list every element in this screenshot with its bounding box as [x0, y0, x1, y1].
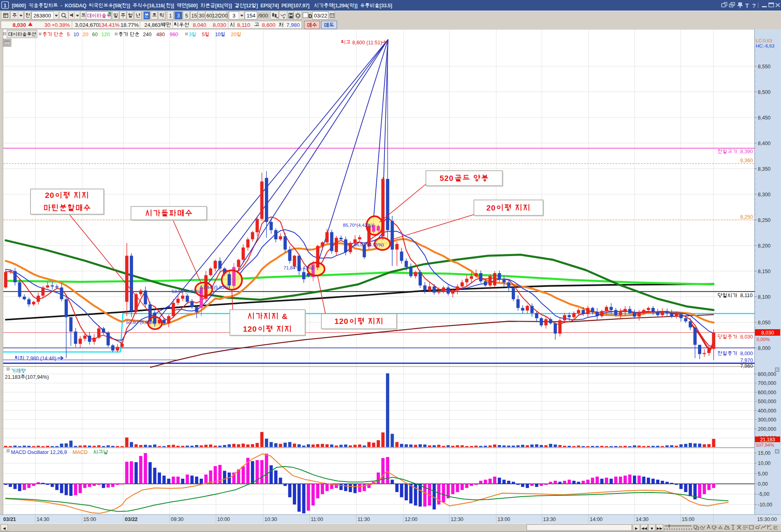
svg-text:5: 5 — [202, 32, 205, 37]
svg-text:(107,94%): (107,94%) — [26, 374, 49, 380]
svg-text:- KOSDAQ: - KOSDAQ — [58, 3, 88, 9]
svg-text:8,300: 8,300 — [758, 192, 770, 198]
svg-text:14:30: 14:30 — [636, 517, 648, 522]
svg-text:8,600 (11:51): 8,600 (11:51) — [351, 40, 382, 46]
svg-text:520: 520 — [440, 174, 454, 182]
svg-text:▶: ▶ — [635, 526, 638, 530]
svg-text:8,100: 8,100 — [758, 294, 770, 300]
svg-text:240: 240 — [143, 32, 152, 37]
svg-text:13:30: 13:30 — [543, 517, 556, 522]
svg-text:8,500: 8,500 — [758, 89, 770, 95]
svg-text:11:30: 11:30 — [358, 517, 370, 522]
svg-text:-5,00: -5,00 — [758, 491, 770, 497]
svg-text:8,600: 8,600 — [262, 22, 275, 28]
svg-text:-10,00: -10,00 — [758, 502, 772, 508]
svg-text:5: 5 — [185, 13, 188, 19]
svg-text:10: 10 — [215, 32, 220, 37]
svg-text:30: 30 — [199, 13, 205, 19]
svg-text:03/22: 03/22 — [314, 13, 327, 19]
svg-text:86,07°(4,95%): 86,07°(4,95%) — [354, 242, 384, 247]
svg-text:107,94%: 107,94% — [756, 443, 774, 447]
svg-text:8,200: 8,200 — [758, 243, 770, 249]
svg-text:300,000: 300,000 — [758, 417, 776, 423]
svg-text:10: 10 — [73, 32, 79, 37]
svg-text:LC:0,63: LC:0,63 — [756, 38, 772, 43]
svg-text:HC:-6,63: HC:-6,63 — [756, 43, 774, 48]
svg-text:03/22: 03/22 — [125, 517, 137, 522]
svg-text:15: 15 — [191, 13, 197, 19]
svg-text:/900: /900 — [258, 13, 268, 19]
svg-text:8,400: 8,400 — [758, 141, 770, 146]
svg-text:10,00: 10,00 — [758, 460, 770, 466]
svg-text:D: D — [308, 13, 312, 19]
svg-text:1: 1 — [4, 2, 7, 9]
svg-text:8,030: 8,030 — [13, 22, 26, 28]
svg-text:3,024,670: 3,024,670 — [75, 22, 99, 28]
svg-text:10:00: 10:00 — [217, 517, 230, 522]
svg-text:20: 20 — [486, 204, 496, 212]
svg-text:14:30: 14:30 — [37, 517, 49, 522]
svg-text:21,183: 21,183 — [760, 437, 775, 443]
svg-text:[81(: [81( — [215, 3, 224, 9]
svg-text:263800: 263800 — [33, 13, 51, 19]
svg-text:8,030: 8,030 — [761, 330, 774, 336]
svg-text:12:30: 12:30 — [451, 517, 463, 522]
svg-text:09:30: 09:30 — [171, 517, 183, 522]
svg-text:&: & — [279, 312, 288, 321]
svg-text:?: ? — [752, 2, 756, 9]
svg-text:120: 120 — [101, 32, 110, 37]
svg-text:◀: ◀ — [3, 526, 6, 530]
svg-text:12:00: 12:00 — [405, 517, 417, 522]
svg-text:57,44°(5,93%): 57,44°(5,93%) — [200, 285, 230, 290]
svg-text:11:00: 11:00 — [311, 517, 323, 522]
svg-text:1: 1 — [169, 13, 172, 19]
svg-text:8,030: 8,030 — [737, 334, 753, 340]
svg-text:3: 3 — [177, 13, 180, 19]
svg-text:60: 60 — [206, 13, 212, 19]
svg-text:21,183: 21,183 — [5, 374, 20, 380]
svg-text:13:00: 13:00 — [497, 517, 510, 522]
svg-text:960: 960 — [170, 32, 178, 37]
svg-text:134.41%: 134.41% — [98, 22, 120, 28]
svg-text:+0.38%: +0.38% — [52, 22, 70, 28]
svg-text:8,050: 8,050 — [758, 320, 770, 326]
svg-text:7,960: 7,960 — [740, 363, 753, 369]
svg-text:8,150: 8,150 — [758, 269, 770, 274]
svg-text:7,970: 7,970 — [740, 358, 753, 363]
svg-text:18.77%: 18.77% — [120, 22, 139, 28]
svg-text:MACD Oscillator 12,26,9: MACD Oscillator 12,26,9 — [11, 449, 67, 455]
svg-text:7,980 (14:48): 7,980 (14:48) — [25, 356, 57, 361]
svg-text:8,450: 8,450 — [758, 115, 770, 121]
svg-text:20: 20 — [45, 191, 55, 200]
svg-text:8,000: 8,000 — [758, 345, 770, 351]
svg-text:500,000: 500,000 — [758, 399, 776, 404]
svg-text:0,00: 0,00 — [758, 481, 768, 487]
svg-text:[500]: [500] — [186, 3, 200, 9]
svg-text:03/21: 03/21 — [3, 517, 16, 522]
svg-text:MACD: MACD — [73, 449, 88, 455]
svg-text:8,110: 8,110 — [737, 293, 753, 298]
svg-text:[33.5]: [33.5] — [380, 3, 392, 9]
svg-text:30: 30 — [44, 22, 50, 28]
svg-text:200: 200 — [219, 13, 228, 19]
svg-text:8,250: 8,250 — [740, 214, 753, 220]
svg-text:3: 3 — [232, 13, 235, 19]
svg-text:◀◀: ◀◀ — [641, 526, 647, 530]
svg-text:▶▶: ▶▶ — [657, 526, 663, 530]
svg-text:[59(: [59( — [113, 3, 122, 9]
svg-text:8,350: 8,350 — [758, 166, 770, 172]
svg-text:15:00: 15:00 — [682, 517, 694, 522]
svg-text:8,030: 8,030 — [213, 22, 226, 28]
svg-text:8,000: 8,000 — [737, 351, 753, 356]
svg-text:700,000: 700,000 — [758, 380, 776, 386]
svg-text:)]: )] — [171, 3, 177, 9]
svg-text:20: 20 — [231, 32, 237, 37]
svg-text:)]: )] — [354, 3, 360, 9]
svg-text:400,000: 400,000 — [758, 408, 776, 414]
svg-text:800,000: 800,000 — [758, 371, 776, 377]
svg-text:)]: )] — [229, 3, 234, 9]
svg-text:[1,294(: [1,294( — [334, 3, 349, 9]
svg-text:0,00%: 0,00% — [757, 337, 770, 342]
svg-text:24,863: 24,863 — [144, 22, 161, 28]
svg-text:15:30:00: 15:30:00 — [757, 517, 777, 522]
